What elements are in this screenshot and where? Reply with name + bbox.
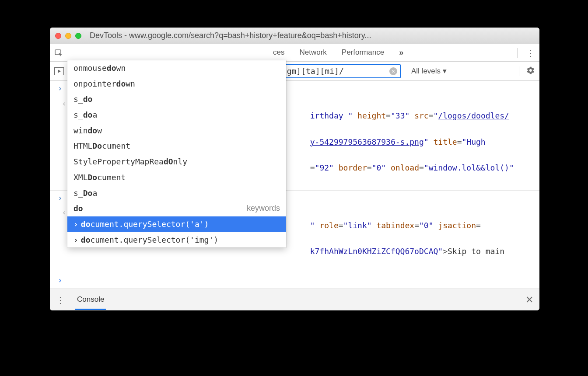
tab-performance[interactable]: Performance [342, 48, 384, 57]
autocomplete-item[interactable]: HTMLDocument [67, 138, 286, 154]
separator [519, 66, 519, 76]
autocomplete-item[interactable]: XMLDocument [67, 170, 286, 185]
titlebar: DevTools - www.google.com/search?q=bash+… [50, 28, 539, 44]
devtools-menu-button[interactable]: ⋮ [526, 48, 535, 58]
tabs-overflow-button[interactable]: » [399, 48, 402, 57]
autocomplete-item[interactable]: s_doa [67, 107, 286, 123]
devtools-window: DevTools - www.google.com/search?q=bash+… [50, 28, 539, 310]
zoom-window-button[interactable] [75, 33, 81, 39]
autocomplete-item[interactable]: window [67, 123, 286, 139]
chevron-left-icon: › [58, 206, 66, 271]
autocomplete-item[interactable]: onpointerdown [67, 76, 286, 92]
autocomplete-item[interactable]: document.querySelector('a') [67, 216, 286, 232]
autocomplete-item[interactable]: dokeywords [67, 201, 286, 216]
tab-sources-partial[interactable]: ces [273, 48, 284, 57]
filter-value: /[gm][ta][mi]/ [277, 66, 389, 76]
close-window-button[interactable] [55, 33, 61, 39]
execution-context-button[interactable] [54, 67, 64, 75]
drawer: ⋮ Console ✕ [50, 289, 539, 310]
drawer-tab-console[interactable]: Console [75, 289, 106, 310]
chevron-left-icon: › [58, 97, 66, 188]
chevron-right-icon: › [58, 82, 66, 95]
close-drawer-icon[interactable]: ✕ [525, 294, 533, 306]
separator [517, 48, 518, 58]
tab-network[interactable]: Network [299, 48, 326, 57]
autocomplete-item[interactable]: onmousedown [67, 60, 286, 76]
autocomplete-item[interactable]: StylePropertyMapReadOnly [67, 154, 286, 170]
autocomplete-item[interactable]: document.querySelector('img') [67, 232, 286, 248]
log-level-selector[interactable]: All levels ▾ [411, 66, 447, 76]
minimize-window-button[interactable] [65, 33, 71, 39]
autocomplete-item[interactable]: s_do [67, 91, 286, 107]
prompt-suggestion: cument.querySelector('a') [114, 288, 233, 289]
chevron-right-icon: › [58, 191, 66, 205]
console-filter-input[interactable]: /[gm][ta][mi]/ ✕ [274, 64, 401, 78]
console-prompt[interactable]: › document.querySelector('a') [50, 272, 539, 289]
element-picker-icon[interactable] [54, 49, 63, 57]
prompt-typed: do [105, 288, 114, 289]
console-settings-icon[interactable] [526, 66, 535, 77]
clear-filter-icon[interactable]: ✕ [389, 67, 397, 75]
devtools-tabs: ces Network Performance » ⋮ onmousedowno… [50, 44, 539, 62]
autocomplete-item[interactable]: s_Doa [67, 185, 286, 201]
chevron-right-icon: › [58, 274, 66, 289]
drawer-menu-button[interactable]: ⋮ [56, 295, 65, 305]
autocomplete-popup: onmousedownonpointerdowns_dos_doawindowH… [67, 60, 286, 247]
window-title: DevTools - www.google.com/search?q=bash+… [90, 31, 534, 40]
